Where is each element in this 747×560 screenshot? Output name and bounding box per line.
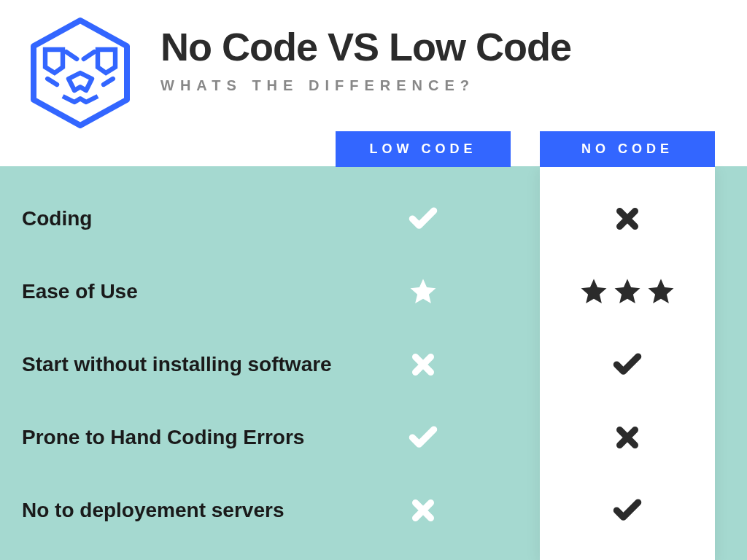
star-icon <box>646 276 676 307</box>
cell-low-code <box>336 351 511 378</box>
comparison-row: Ease of Use <box>0 255 747 328</box>
check-icon <box>407 421 439 454</box>
row-label: Start without installing software <box>22 353 336 376</box>
cell-no-code <box>540 206 715 232</box>
cell-no-code <box>540 494 715 526</box>
row-label: No to deployement servers <box>22 499 336 522</box>
cell-no-code <box>540 349 715 381</box>
column-header-low-code: LOW CODE <box>336 131 511 167</box>
row-label: Coding <box>22 207 336 230</box>
star-icon <box>578 276 609 307</box>
comparison-row: Start without installing software <box>0 328 747 401</box>
cross-icon <box>614 206 640 232</box>
cell-no-code <box>540 424 715 451</box>
page-title: No Code VS Low Code <box>160 26 571 69</box>
page-subtitle: WHATS THE DIFFERENCE? <box>160 77 571 94</box>
cell-low-code <box>336 203 511 235</box>
cell-low-code <box>336 276 511 307</box>
cell-no-code <box>540 276 715 307</box>
check-icon <box>611 349 643 381</box>
comparison-row: Prone to Hand Coding Errors <box>0 401 747 474</box>
row-label: Ease of Use <box>22 280 336 303</box>
star-icon <box>612 276 643 307</box>
cross-icon <box>410 497 436 524</box>
cross-icon <box>410 351 436 378</box>
comparison-row: Coding <box>0 182 747 255</box>
cell-low-code <box>336 421 511 454</box>
check-icon <box>407 203 439 235</box>
cell-low-code <box>336 497 511 524</box>
cross-icon <box>614 424 640 451</box>
comparison-row: No to deployement servers <box>0 474 747 547</box>
star-icon <box>408 276 438 307</box>
check-icon <box>611 494 643 526</box>
logo-icon <box>22 15 139 131</box>
row-label: Prone to Hand Coding Errors <box>22 426 336 449</box>
column-header-no-code: NO CODE <box>540 131 715 167</box>
